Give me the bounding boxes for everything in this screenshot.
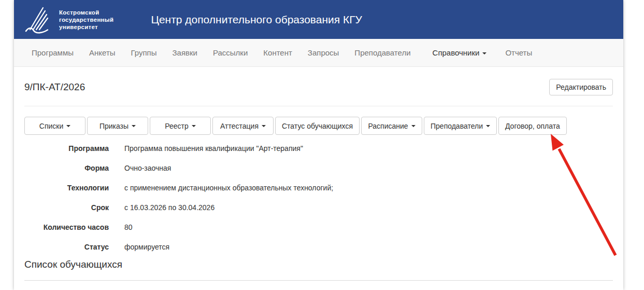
detail-label: Технологии bbox=[14, 184, 109, 192]
button-label: Приказы bbox=[99, 122, 128, 130]
caret-down-icon bbox=[192, 125, 196, 127]
detail-row-hours: Количество часов 80 bbox=[14, 217, 623, 237]
students-section-divider bbox=[24, 280, 613, 281]
detail-value: Программа повышения квалификации "Арт-те… bbox=[124, 144, 303, 153]
nav-item-directories-dropdown[interactable]: Справочники bbox=[433, 48, 487, 57]
schedule-dropdown-button[interactable]: Расписание bbox=[361, 117, 422, 135]
attestation-dropdown-button[interactable]: Аттестация bbox=[212, 117, 274, 135]
detail-label: Статус bbox=[14, 243, 109, 251]
button-label: Реестр bbox=[165, 122, 189, 130]
caret-down-icon bbox=[411, 125, 416, 127]
caret-down-icon bbox=[132, 125, 136, 127]
edit-button[interactable]: Редактировать bbox=[549, 79, 613, 95]
detail-value: с 16.03.2026 по 30.04.2026 bbox=[124, 203, 214, 212]
nav-item-questionnaires[interactable]: Анкеты bbox=[89, 48, 116, 57]
button-label: Преподаватели bbox=[431, 122, 483, 130]
button-label: Списки bbox=[39, 122, 63, 130]
detail-label: Количество часов bbox=[14, 223, 109, 231]
app-title: Центр дополнительного образования КГУ bbox=[151, 13, 362, 26]
caret-down-icon bbox=[66, 125, 70, 127]
lists-dropdown-button[interactable]: Списки bbox=[24, 117, 85, 135]
nav-item-applications[interactable]: Заявки bbox=[173, 48, 197, 57]
detail-value: Очно-заочная bbox=[124, 164, 171, 172]
button-label: Расписание bbox=[368, 122, 408, 130]
nav-item-reports[interactable]: Отчеты bbox=[505, 48, 532, 57]
detail-label: Срок bbox=[14, 203, 109, 212]
detail-value: с применением дистанционных образователь… bbox=[124, 184, 333, 192]
nav-item-mailings[interactable]: Рассылки bbox=[213, 48, 248, 57]
action-toolbar: Списки Приказы Реестр Аттестация Статус … bbox=[14, 106, 623, 135]
teachers-dropdown-button[interactable]: Преподаватели bbox=[424, 117, 497, 135]
contract-payment-button[interactable]: Договор, оплата bbox=[498, 117, 567, 135]
nav-item-teachers[interactable]: Преподаватели bbox=[354, 48, 410, 57]
app-window: Костромской государственный университет … bbox=[14, 0, 623, 290]
button-label: Аттестация bbox=[220, 122, 259, 130]
nav-item-content[interactable]: Контент bbox=[263, 48, 292, 57]
button-label: Статус обучающихся bbox=[282, 122, 353, 130]
nav-item-groups[interactable]: Группы bbox=[131, 48, 157, 57]
students-list-heading: Список обучающихся bbox=[24, 259, 613, 270]
caret-down-icon bbox=[482, 52, 486, 54]
nav-item-requests[interactable]: Запросы bbox=[308, 48, 339, 57]
caret-down-icon bbox=[262, 125, 266, 127]
caret-down-icon bbox=[486, 125, 490, 127]
nav-item-label: Справочники bbox=[433, 48, 480, 57]
program-details: Программа Программа повышения квалификац… bbox=[14, 139, 623, 257]
main-nav: Программы Анкеты Группы Заявки Рассылки … bbox=[14, 39, 623, 67]
page-title: 9/ПК-АТ/2026 bbox=[24, 81, 85, 93]
registry-dropdown-button[interactable]: Реестр bbox=[150, 117, 211, 135]
page-title-row: 9/ПК-АТ/2026 Редактировать bbox=[14, 67, 623, 95]
detail-row-technologies: Технологии с применением дистанционных о… bbox=[14, 178, 623, 198]
orders-dropdown-button[interactable]: Приказы bbox=[87, 117, 148, 135]
university-name: Костромской государственный университет bbox=[59, 9, 113, 31]
detail-value: 80 bbox=[124, 223, 133, 231]
detail-label: Программа bbox=[14, 144, 109, 153]
detail-row-form: Форма Очно-заочная bbox=[14, 158, 623, 178]
detail-label: Форма bbox=[14, 164, 109, 172]
app-header: Костромской государственный университет … bbox=[14, 0, 623, 39]
student-status-button[interactable]: Статус обучающихся bbox=[275, 117, 360, 135]
detail-value: формируется bbox=[124, 243, 169, 251]
button-label: Договор, оплата bbox=[505, 122, 560, 130]
university-logo-icon bbox=[23, 5, 52, 35]
detail-row-program: Программа Программа повышения квалификац… bbox=[14, 139, 623, 158]
detail-row-term: Срок с 16.03.2026 по 30.04.2026 bbox=[14, 198, 623, 217]
nav-item-programs[interactable]: Программы bbox=[32, 48, 74, 57]
detail-row-status: Статус формируется bbox=[14, 237, 623, 257]
